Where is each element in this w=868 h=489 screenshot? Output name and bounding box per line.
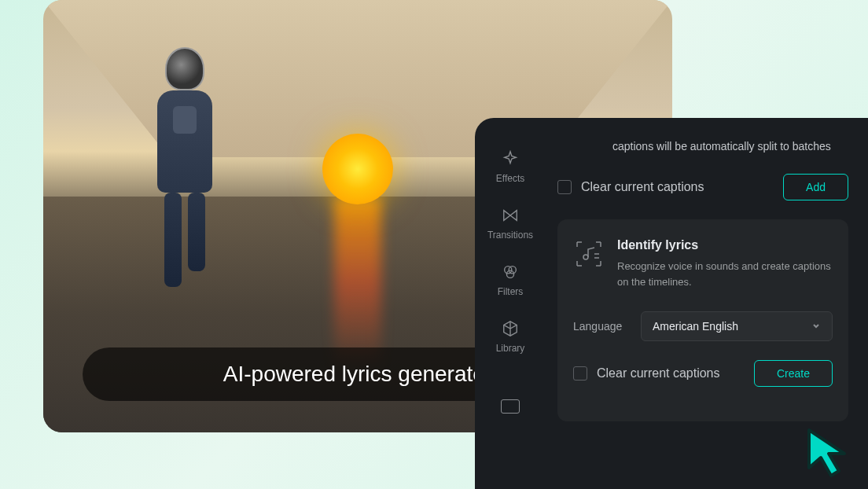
svg-point-1 xyxy=(509,267,516,274)
filters-icon xyxy=(501,263,520,281)
cursor-pointer-icon xyxy=(801,422,860,481)
svg-point-3 xyxy=(583,255,588,259)
language-label: Language xyxy=(573,320,628,333)
language-selected: American English xyxy=(653,320,738,333)
sidebar-item-label: Library xyxy=(496,343,525,354)
clear-captions-checkbox[interactable] xyxy=(557,180,572,194)
keyboard-icon xyxy=(501,399,520,414)
sidebar-item-keyboard[interactable] xyxy=(501,376,520,414)
sidebar-item-label: Effects xyxy=(496,173,524,184)
sidebar: Effects Transitions Filters xyxy=(475,118,546,489)
astronaut-figure xyxy=(138,47,232,299)
add-button[interactable]: Add xyxy=(783,174,848,200)
bowtie-icon xyxy=(501,206,520,225)
cube-icon xyxy=(501,319,520,338)
sidebar-item-label: Filters xyxy=(498,286,524,297)
clear-captions-label-2: Clear current captions xyxy=(597,366,720,381)
lyrics-icon xyxy=(573,238,605,270)
clear-captions-checkbox-2[interactable] xyxy=(573,366,587,381)
sparkle-icon xyxy=(501,149,520,168)
identify-lyrics-card: Identify lyrics Recognize voice in sound… xyxy=(557,219,848,421)
sidebar-item-label: Transitions xyxy=(487,230,533,241)
feature-description: Recognize voice in sounds and create cap… xyxy=(617,259,833,289)
feature-title: Identify lyrics xyxy=(617,238,833,252)
sidebar-item-transitions[interactable]: Transitions xyxy=(487,206,533,241)
chevron-down-icon xyxy=(811,320,821,333)
sidebar-item-filters[interactable]: Filters xyxy=(498,263,524,297)
sidebar-item-effects[interactable]: Effects xyxy=(496,149,524,184)
svg-point-2 xyxy=(506,270,513,278)
sidebar-item-library[interactable]: Library xyxy=(496,319,525,354)
info-text: captions will be automatically split to … xyxy=(557,138,848,155)
clear-captions-label: Clear current captions xyxy=(581,180,704,194)
create-button[interactable]: Create xyxy=(754,360,833,387)
language-dropdown[interactable]: American English xyxy=(641,311,833,341)
